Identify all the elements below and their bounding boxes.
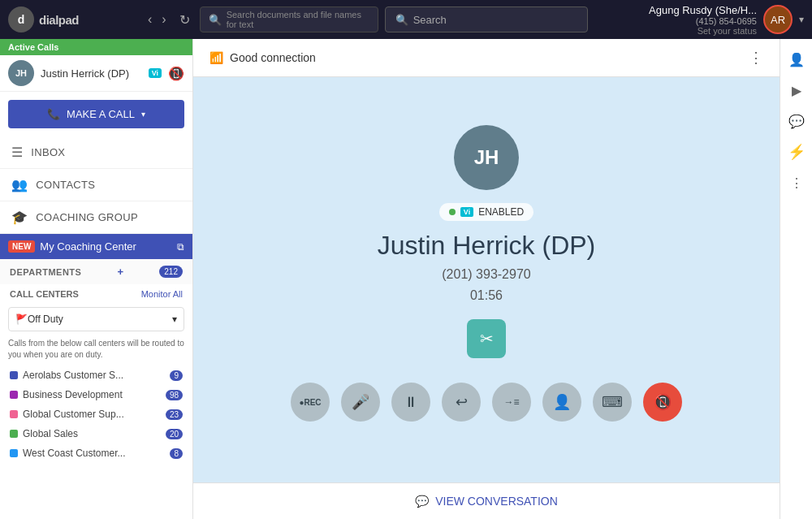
- vi-tag-badge: Vi: [460, 207, 473, 217]
- right-zendesk-icon[interactable]: ⚡: [784, 140, 809, 164]
- signal-icon: 📶: [209, 51, 223, 64]
- view-conversation-bar[interactable]: 💬 VIEW CONVERSATION: [193, 482, 780, 519]
- sidebar-item-contacts[interactable]: 👥 CONTACTS: [0, 169, 192, 201]
- vi-badge: Vi: [149, 68, 162, 78]
- sidebar-item-inbox[interactable]: ☰ INBOX: [0, 136, 192, 169]
- cc-color-dot: [10, 449, 18, 457]
- monitor-all-link[interactable]: Monitor All: [141, 289, 183, 299]
- forward-button[interactable]: →≡: [492, 383, 531, 422]
- call-center-item[interactable]: Business Development 98: [0, 385, 192, 404]
- rec-button[interactable]: ●REC: [291, 383, 330, 422]
- search-doc-text: Search documents and file names for text: [227, 10, 369, 29]
- make-a-call-button[interactable]: 📞 MAKE A CALL ▾: [8, 100, 184, 128]
- caller-phone: (201) 393-2970: [442, 267, 530, 282]
- departments-add-button[interactable]: +: [118, 266, 124, 278]
- right-more-icon[interactable]: ⋮: [784, 171, 809, 195]
- cc-left: Global Sales: [10, 428, 78, 439]
- user-name: Agung Rusdy (She/H...: [649, 4, 757, 16]
- sidebar: Active Calls JH Justin Herrick (DP) Vi 📵…: [0, 39, 193, 519]
- cc-name: Business Development: [23, 389, 123, 400]
- call-area: JH Vi ENABLED Justin Herrick (DP) (201) …: [193, 77, 780, 482]
- mute-button[interactable]: 🎤: [341, 383, 380, 422]
- end-call-icon: 📵: [654, 393, 672, 411]
- departments-label: DEPARTMENTS: [10, 267, 81, 277]
- make-call-arrow-icon: ▾: [141, 110, 145, 119]
- off-duty-flag-icon: 🚩: [15, 314, 28, 325]
- vi-enabled-indicator: Vi ENABLED: [439, 203, 533, 221]
- logo-icon: d: [8, 6, 34, 32]
- forward-icon: →≡: [503, 396, 519, 408]
- caller-avatar: JH: [8, 60, 34, 86]
- user-status[interactable]: Set your status: [649, 26, 757, 36]
- logo-text: dialpad: [39, 13, 79, 27]
- cc-left: Aerolabs Customer S...: [10, 370, 123, 381]
- coaching-group-label: COACHING GROUP: [36, 211, 138, 223]
- phone-icon: 📞: [47, 108, 60, 120]
- cc-count-badge: 20: [166, 429, 183, 439]
- cc-count-badge: 23: [166, 409, 183, 420]
- more-options-button[interactable]: ⋮: [749, 49, 763, 67]
- end-call-mini-button[interactable]: 📵: [168, 66, 184, 81]
- right-chat-icon[interactable]: ▶: [784, 78, 809, 102]
- call-centers-label: CALL CENTERS: [10, 289, 79, 299]
- contacts-icon: 👥: [11, 177, 28, 192]
- sidebar-item-coaching-group[interactable]: 🎓 COACHING GROUP: [0, 201, 192, 234]
- call-center-item[interactable]: Global Sales 20: [0, 424, 192, 443]
- forward-button[interactable]: ›: [158, 9, 169, 30]
- active-call-item[interactable]: JH Justin Herrick (DP) Vi 📵: [0, 55, 192, 92]
- external-link-icon: ⧉: [177, 241, 184, 253]
- cc-color-dot: [10, 371, 18, 379]
- call-timer: 01:56: [470, 288, 503, 303]
- rec-icon: ●REC: [299, 398, 321, 407]
- right-contact-icon[interactable]: 👤: [784, 47, 809, 71]
- sidebar-item-my-coaching-center[interactable]: NEW My Coaching Center ⧉: [0, 234, 192, 259]
- off-duty-dropdown[interactable]: 🚩 Off Duty ▾: [8, 307, 184, 331]
- cc-color-dot: [10, 430, 18, 438]
- cc-count-badge: 98: [166, 390, 183, 400]
- search-doc-icon: 🔍: [209, 14, 222, 26]
- doc-search-bar[interactable]: 🔍 Search documents and file names for te…: [200, 6, 378, 32]
- off-duty-label: Off Duty: [28, 314, 172, 325]
- cc-count-badge: 8: [170, 448, 183, 459]
- coaching-icon: 🎓: [11, 210, 28, 225]
- main-topbar: 📶 Good connection ⋮: [193, 39, 780, 77]
- user-details: Agung Rusdy (She/H... (415) 854-0695 Set…: [649, 4, 757, 36]
- scissors-button[interactable]: ✂: [467, 319, 506, 358]
- off-duty-chevron-icon: ▾: [172, 314, 177, 325]
- active-caller-name: Justin Herrick (DP): [41, 67, 142, 80]
- caller-large-avatar: JH: [454, 125, 519, 190]
- scissors-icon: ✂: [480, 329, 494, 348]
- inbox-icon: ☰: [11, 145, 23, 160]
- user-dropdown-button[interactable]: ▾: [799, 14, 804, 25]
- back-button[interactable]: ‹: [145, 9, 155, 30]
- refresh-button[interactable]: ↻: [176, 9, 193, 31]
- call-centers-list: Aerolabs Customer S... 9 Business Develo…: [0, 365, 192, 463]
- cc-color-dot: [10, 410, 18, 418]
- cc-left: Business Development: [10, 389, 123, 400]
- cc-left: West Coast Customer...: [10, 448, 126, 459]
- call-center-item[interactable]: Global Customer Sup... 23: [0, 404, 192, 424]
- cc-name: Global Sales: [23, 428, 78, 439]
- nav-arrows: ‹ ›: [145, 9, 170, 30]
- caller-fullname: Justin Herrick (DP): [378, 231, 595, 261]
- search-main-placeholder: Search: [413, 14, 447, 26]
- main-search-bar[interactable]: 🔍 Search: [385, 6, 588, 32]
- call-center-item[interactable]: West Coast Customer... 8: [0, 443, 192, 463]
- call-center-item[interactable]: Aerolabs Customer S... 9: [0, 365, 192, 385]
- keypad-icon: ⌨: [602, 393, 623, 411]
- avatar-initials: AR: [771, 14, 785, 26]
- keypad-button[interactable]: ⌨: [593, 383, 632, 422]
- add-contact-button[interactable]: 👤: [542, 383, 581, 422]
- new-badge: NEW: [8, 240, 35, 253]
- topbar: d dialpad ‹ › ↻ 🔍 Search documents and f…: [0, 0, 812, 39]
- hold-button[interactable]: ⏸: [391, 383, 430, 422]
- end-call-button[interactable]: 📵: [643, 383, 682, 422]
- conversation-icon: 💬: [415, 495, 429, 508]
- transfer-button[interactable]: ↩: [442, 383, 481, 422]
- cc-name: Aerolabs Customer S...: [23, 370, 123, 381]
- off-duty-wrapper: 🚩 Off Duty ▾: [0, 304, 192, 336]
- active-calls-header: Active Calls: [0, 39, 192, 55]
- inbox-label: INBOX: [31, 146, 65, 158]
- routing-note: Calls from the below call centers will b…: [0, 336, 192, 365]
- right-message-icon[interactable]: 💬: [784, 109, 809, 133]
